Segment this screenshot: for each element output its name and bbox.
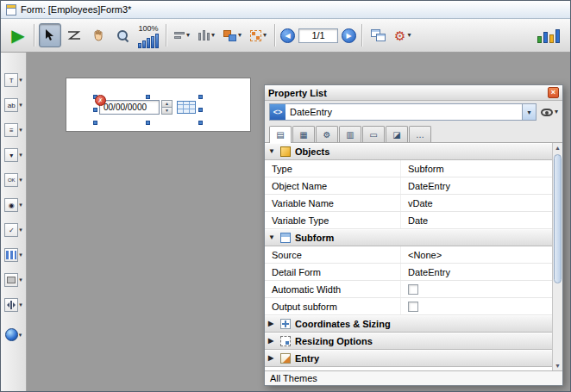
layering-dropdown[interactable]: ▾ xyxy=(220,23,245,47)
object-selector-row: <> DateEntry ▾ ▾ xyxy=(265,101,562,123)
chevron-down-icon: ▾ xyxy=(19,302,22,308)
collapse-triangle-icon[interactable]: ▶ xyxy=(268,320,276,327)
scrollbar-thumb[interactable] xyxy=(554,154,562,283)
align-objects-dropdown[interactable]: ▾ xyxy=(171,23,193,47)
zoom-bars-icon[interactable] xyxy=(138,34,159,48)
collapse-triangle-icon[interactable]: ▼ xyxy=(268,234,276,241)
title-bar[interactable]: Form: [Employees]Form3* xyxy=(1,1,570,19)
section-header-objects[interactable]: ▼ Objects xyxy=(265,143,552,160)
dropdown-tool-icon: ▾ xyxy=(4,148,18,162)
scroll-down-icon[interactable]: ▼ xyxy=(553,363,562,369)
distribute-objects-dropdown[interactable]: ▾ xyxy=(195,23,218,47)
object-selector-combo[interactable]: <> DateEntry ▾ xyxy=(269,103,536,121)
section-header-entry[interactable]: ▶ Entry xyxy=(265,350,552,367)
property-row-type: Type Subform xyxy=(265,160,552,177)
rectangle-tool[interactable]: ▾ xyxy=(4,273,22,287)
tab-picture[interactable]: ▦ xyxy=(292,126,315,142)
settings-dropdown[interactable]: ⚙ ▾ xyxy=(391,23,414,47)
collapse-triangle-icon[interactable]: ▶ xyxy=(268,338,276,345)
subform-area-tool[interactable]: ▾ xyxy=(5,328,22,341)
tab-more[interactable]: … xyxy=(409,126,431,142)
previous-page-button[interactable]: ◀ xyxy=(280,28,295,43)
checkbox-tool-icon: ✓ xyxy=(4,223,18,237)
themes-filter[interactable]: All Themes xyxy=(265,370,562,385)
selection-handle[interactable] xyxy=(198,121,203,125)
windows-cascade-button[interactable] xyxy=(367,23,389,47)
selection-handle[interactable] xyxy=(93,108,97,112)
tab-appearance[interactable]: ◪ xyxy=(386,126,408,142)
chevron-down-icon: ▾ xyxy=(19,227,22,233)
chevron-down-icon: ▾ xyxy=(19,152,22,159)
date-stepper[interactable]: ▲ ▼ xyxy=(161,100,173,115)
stepper-down-icon[interactable]: ▼ xyxy=(161,108,173,115)
text-tool-icon: T xyxy=(4,73,18,87)
form-canvas[interactable]: ✗ 00/00/0000 ▲ ▼ Property List × xyxy=(27,53,570,391)
magnifier-icon xyxy=(116,29,129,42)
tab-settings[interactable]: ⚙ xyxy=(316,126,338,142)
selection-handle[interactable] xyxy=(93,121,97,125)
visibility-dropdown[interactable]: ▾ xyxy=(541,109,558,116)
coordinates-icon xyxy=(280,319,291,329)
property-tabs: ▤ ▦ ⚙ ▥ ▭ ◪ … xyxy=(265,123,562,143)
property-list-scrollbar[interactable]: ▲ ▼ xyxy=(552,143,562,370)
text-tool[interactable]: T ▾ xyxy=(4,73,22,87)
selection-handle[interactable] xyxy=(146,121,150,125)
property-list-title-bar[interactable]: Property List × xyxy=(265,85,562,101)
splitter-tool[interactable]: ▾ xyxy=(4,298,22,312)
next-page-button[interactable]: ▶ xyxy=(342,28,356,43)
hand-tool-button[interactable] xyxy=(87,23,110,47)
radio-tool-icon: ◉ xyxy=(4,198,18,212)
property-row-output-subform: Output subform xyxy=(265,298,552,315)
checkbox-tool[interactable]: ✓ ▾ xyxy=(4,223,22,237)
selection-handle[interactable] xyxy=(198,108,203,112)
dropdown-list-tool[interactable]: ▾ ▾ xyxy=(4,148,22,162)
scroll-up-icon[interactable]: ▲ xyxy=(553,145,562,151)
form-page-area[interactable]: ✗ 00/00/0000 ▲ ▼ xyxy=(66,78,251,132)
calendar-grid-icon[interactable] xyxy=(177,101,196,114)
section-label: Objects xyxy=(295,146,329,157)
selection-handle[interactable] xyxy=(198,95,203,99)
chevron-down-icon[interactable]: ▾ xyxy=(522,104,536,120)
windows-icon xyxy=(371,29,386,41)
hand-icon xyxy=(92,29,104,41)
run-icon: ▶ xyxy=(11,27,24,44)
button-tool[interactable]: OK ▾ xyxy=(4,173,22,187)
eye-icon xyxy=(541,109,553,116)
distribute-icon xyxy=(198,30,210,40)
collapse-triangle-icon[interactable]: ▼ xyxy=(268,148,276,155)
list-tool-icon: ≡ xyxy=(4,123,18,137)
checkbox-unchecked[interactable] xyxy=(408,302,418,312)
previous-icon: ◀ xyxy=(285,32,290,40)
selected-object-name: DateEntry xyxy=(286,107,522,117)
pointer-icon xyxy=(45,29,55,41)
section-header-coordinates-sizing[interactable]: ▶ Coordinates & Sizing xyxy=(265,315,552,333)
date-entry-field[interactable]: 00/00/0000 xyxy=(99,100,160,115)
collapse-triangle-icon[interactable]: ▶ xyxy=(268,355,276,362)
run-form-button[interactable]: ▶ xyxy=(7,23,29,47)
input-field-tool[interactable]: ab ▾ xyxy=(4,98,22,112)
tab-properties[interactable]: ▤ xyxy=(269,126,292,143)
radio-button-tool[interactable]: ◉ ▾ xyxy=(4,198,22,212)
zoom-tool-button[interactable] xyxy=(111,23,134,47)
stepper-up-icon[interactable]: ▲ xyxy=(161,100,173,108)
section-label: Coordinates & Sizing xyxy=(295,319,391,329)
close-icon[interactable]: × xyxy=(548,87,559,98)
window-title: Form: [Employees]Form3* xyxy=(21,4,131,15)
selection-handle[interactable] xyxy=(146,95,150,99)
tab-display[interactable]: ▭ xyxy=(362,126,385,142)
section-header-subform[interactable]: ▼ Subform xyxy=(265,229,552,246)
grid-options-dropdown[interactable]: ▾ xyxy=(247,23,270,47)
checkbox-unchecked[interactable] xyxy=(408,284,418,295)
property-row-detail-form: Detail Form DateEntry xyxy=(265,264,552,281)
entry-order-tool-button[interactable] xyxy=(63,23,85,47)
chart-wizard-button[interactable] xyxy=(536,23,565,47)
list-box-tool[interactable]: ≡ ▾ xyxy=(4,123,22,137)
tab-data[interactable]: ▥ xyxy=(339,126,361,142)
pointer-tool-button[interactable] xyxy=(39,23,61,47)
zoom-control[interactable]: 100% xyxy=(138,22,159,48)
property-row-automatic-width: Automatic Width xyxy=(265,281,552,298)
button-tool-icon: OK xyxy=(4,173,18,187)
toolbar-separator xyxy=(34,24,35,47)
button-grid-tool[interactable]: ▾ xyxy=(4,248,22,262)
section-header-resizing-options[interactable]: ▶ Resizing Options xyxy=(265,333,552,350)
